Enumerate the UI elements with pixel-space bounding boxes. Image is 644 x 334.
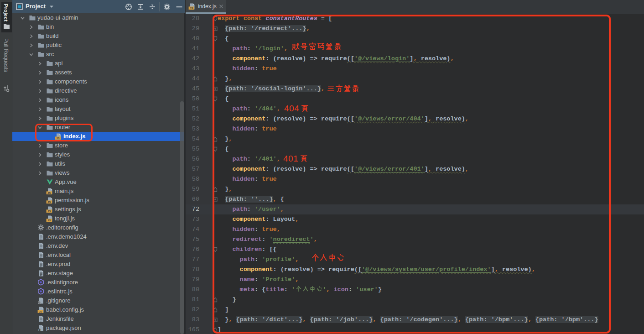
svg-text:JS: JS [47,219,51,222]
svg-text:JS: JS [47,210,51,213]
svg-text:JS: JS [47,192,51,194]
svg-text:JS: JS [47,201,51,204]
svg-text:JS: JS [190,7,193,10]
svg-text:{}: {} [38,329,41,332]
svg-text:JS: JS [39,310,42,313]
